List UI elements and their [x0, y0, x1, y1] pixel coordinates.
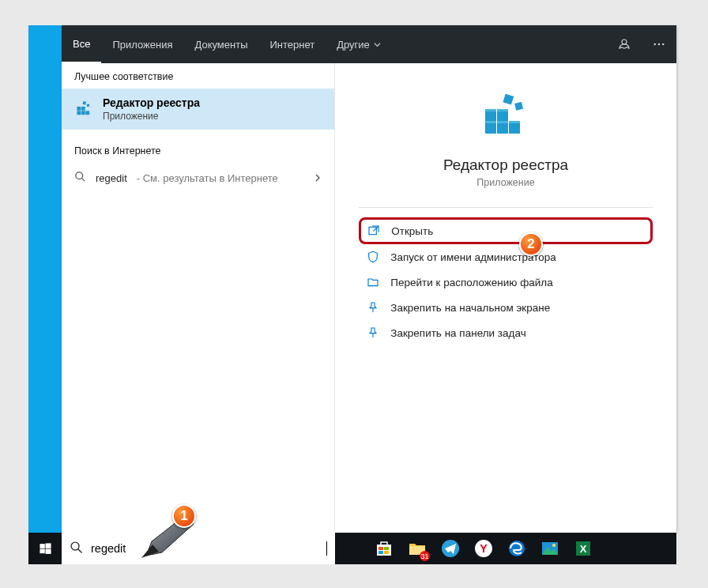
tab-other-label: Другие — [337, 39, 370, 51]
pin-icon — [367, 326, 379, 339]
svg-point-32 — [71, 542, 79, 550]
search-results-window: Все Приложения Документы Интернет Другие… — [62, 25, 676, 533]
details-title: Редактор реестра — [443, 156, 568, 174]
search-input[interactable] — [91, 542, 325, 555]
registry-editor-icon — [73, 97, 93, 121]
svg-rect-19 — [514, 102, 523, 111]
action-pin-to-taskbar[interactable]: Закрепить на панели задач — [359, 320, 653, 345]
svg-rect-14 — [497, 111, 508, 122]
svg-point-2 — [658, 43, 661, 46]
registry-editor-large-icon — [477, 85, 534, 145]
svg-rect-10 — [87, 104, 90, 107]
svg-rect-24 — [509, 121, 520, 123]
svg-rect-15 — [485, 122, 496, 134]
best-match-header: Лучшее соответствие — [62, 63, 334, 89]
svg-rect-22 — [485, 121, 496, 123]
action-run-as-admin[interactable]: Запуск от имени администратора — [359, 244, 653, 270]
taskbar-app-excel[interactable]: X — [567, 533, 599, 564]
chevron-right-icon — [314, 172, 322, 184]
taskbar-app-file-explorer[interactable]: 31 — [401, 533, 433, 564]
more-options-icon[interactable] — [642, 25, 676, 63]
feedback-icon[interactable] — [607, 25, 642, 63]
svg-text:X: X — [580, 543, 587, 555]
svg-text:Y: Y — [480, 542, 488, 555]
action-open-label: Открыть — [391, 225, 433, 237]
accent-strip — [28, 25, 62, 533]
open-icon — [367, 224, 380, 237]
svg-rect-7 — [81, 111, 85, 115]
svg-rect-30 — [40, 548, 44, 553]
svg-rect-18 — [503, 94, 514, 105]
edge-icon — [507, 539, 526, 558]
taskbar-search-box[interactable] — [62, 533, 335, 564]
taskbar-app-yandex[interactable]: Y — [468, 533, 499, 564]
svg-rect-4 — [77, 107, 81, 111]
tab-apps[interactable]: Приложения — [101, 25, 183, 63]
svg-rect-36 — [384, 547, 389, 550]
action-pin-to-start[interactable]: Закрепить на начальном экране — [359, 295, 653, 320]
web-search-term: regedit — [96, 172, 127, 184]
svg-point-3 — [662, 43, 665, 46]
folder-icon — [367, 276, 379, 288]
best-match-title: Редактор реестра — [103, 96, 200, 109]
taskbar-app-telegram[interactable] — [435, 533, 466, 564]
photos-icon — [540, 539, 559, 558]
svg-rect-13 — [485, 111, 496, 122]
svg-rect-29 — [45, 543, 51, 548]
taskbar: 31 Y X — [28, 533, 676, 564]
best-match-item[interactable]: Редактор реестра Приложение — [62, 89, 334, 130]
text-cursor — [326, 541, 327, 556]
svg-rect-17 — [509, 122, 520, 134]
svg-rect-38 — [384, 551, 389, 554]
tab-documents[interactable]: Документы — [183, 25, 258, 63]
svg-point-11 — [76, 172, 83, 179]
svg-rect-28 — [40, 544, 44, 548]
svg-rect-21 — [497, 109, 508, 111]
action-pin-taskbar-label: Закрепить на панели задач — [390, 327, 525, 339]
details-panel: Редактор реестра Приложение Открыть Запу… — [335, 63, 676, 533]
svg-rect-16 — [497, 122, 508, 134]
tab-web[interactable]: Интернет — [258, 25, 326, 63]
taskbar-app-store[interactable] — [368, 533, 400, 564]
telegram-icon — [441, 539, 460, 558]
svg-rect-23 — [497, 121, 508, 123]
tab-all[interactable]: Все — [62, 25, 101, 63]
windows-logo-icon — [39, 542, 52, 556]
svg-rect-31 — [45, 548, 51, 553]
action-open-file-location[interactable]: Перейти к расположению файла — [359, 270, 653, 295]
yandex-icon: Y — [474, 539, 493, 558]
svg-line-33 — [78, 548, 82, 552]
excel-icon: X — [574, 539, 593, 558]
action-open[interactable]: Открыть — [359, 217, 653, 244]
web-search-item[interactable]: regedit - См. результаты в Интернете — [62, 163, 334, 193]
pin-icon — [367, 301, 379, 314]
taskbar-app-photos[interactable] — [534, 533, 566, 564]
shield-icon — [367, 251, 379, 263]
store-icon — [375, 539, 394, 558]
svg-point-1 — [653, 43, 656, 46]
svg-rect-5 — [81, 107, 85, 111]
svg-rect-37 — [378, 551, 383, 554]
web-search-suffix: - См. результаты в Интернете — [137, 172, 278, 184]
start-button[interactable] — [28, 533, 62, 564]
svg-line-12 — [81, 178, 85, 181]
notification-badge: 31 — [420, 551, 430, 561]
taskbar-app-edge[interactable] — [501, 533, 533, 564]
action-file-location-label: Перейти к расположению файла — [390, 277, 553, 288]
svg-point-0 — [622, 40, 627, 44]
svg-rect-35 — [378, 547, 383, 550]
action-pin-start-label: Закрепить на начальном экране — [390, 302, 550, 314]
svg-rect-9 — [82, 101, 86, 105]
svg-rect-20 — [485, 109, 496, 111]
details-subtitle: Приложение — [476, 177, 534, 188]
search-icon — [70, 541, 83, 557]
divider — [359, 207, 653, 208]
svg-rect-6 — [77, 111, 81, 115]
search-icon — [74, 171, 86, 185]
annotation-step-1: 1 — [172, 504, 196, 528]
annotation-step-2: 2 — [519, 232, 543, 256]
svg-rect-8 — [85, 111, 89, 115]
svg-rect-25 — [369, 227, 376, 234]
results-left-column: Лучшее соответствие Редактор реестра При… — [62, 63, 335, 533]
tab-other[interactable]: Другие — [326, 25, 392, 63]
